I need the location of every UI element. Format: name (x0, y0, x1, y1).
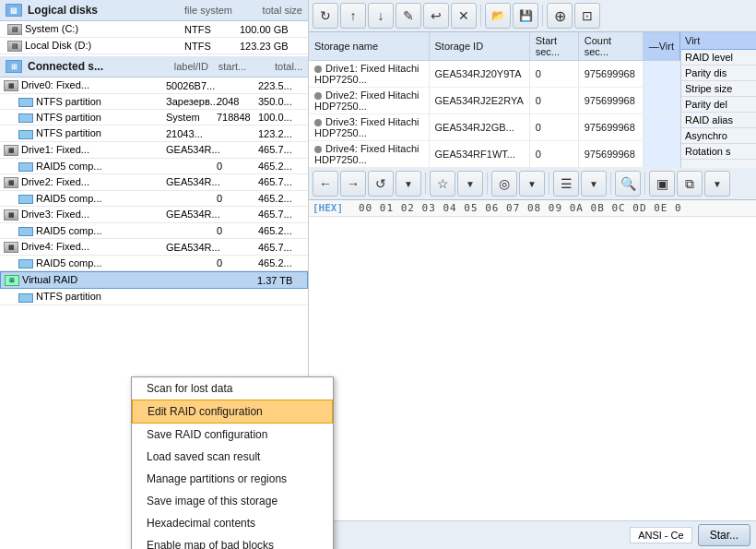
drive4-item[interactable]: ▦Drive4: Fixed... GEA534R... 465.7... (0, 239, 308, 256)
storage-table-header: Storage name Storage ID Start sec... Cou… (309, 32, 680, 61)
context-menu: Scan for lost data Edit RAID configurati… (131, 376, 334, 549)
storage-table: Storage name Storage ID Start sec... Cou… (309, 32, 680, 168)
fs-column-header: file system (184, 5, 232, 16)
connected-header: ⊞ Connected s... label/ID start... total… (0, 56, 308, 78)
context-menu-item-edit[interactable]: Edit RAID configuration (132, 400, 333, 424)
ntfs-partition-3[interactable]: NTFS partition 21043... 123.2... (0, 125, 308, 141)
ansi-label: ANSI - Ce (630, 527, 692, 543)
target-dropdown[interactable]: ▼ (519, 171, 545, 197)
ntfs-partition-2[interactable]: NTFS partition System 718848 100.0... (0, 110, 308, 125)
context-menu-item-scan[interactable]: Scan for lost data (132, 377, 333, 400)
logical-disks-title: Logical disks (28, 4, 98, 17)
drive0-item[interactable]: ▦Drive0: Fixed... 50026B7... 223.5... (0, 78, 308, 94)
context-menu-item-load[interactable]: Load saved scan result (132, 446, 333, 468)
col-count-sec: Count sec... (578, 32, 643, 61)
context-menu-item-badblocks[interactable]: Enable map of bad blocks (132, 534, 333, 549)
prop-raid-level: RAID level (681, 50, 756, 66)
virt-props-panel: Virt RAID level Parity dis Stripe size P… (680, 32, 756, 168)
copy-button[interactable]: ⧉ (677, 171, 703, 197)
copy-dropdown[interactable]: ▼ (704, 171, 730, 197)
col-storage-name: Storage name (309, 32, 429, 61)
refresh-button[interactable]: ↻ (313, 3, 338, 29)
storage-table-wrap: Storage name Storage ID Start sec... Cou… (309, 32, 680, 168)
hex-area: [HEX] 00 01 02 03 04 05 06 07 08 09 0A 0… (309, 200, 756, 520)
ntfs-partition-virtual[interactable]: NTFS partition (0, 289, 308, 304)
separator2 (542, 5, 543, 27)
bookmark-button[interactable]: ☆ (430, 171, 455, 197)
virt-col-header: Virt (681, 32, 756, 50)
start-button[interactable]: Star... (698, 524, 750, 546)
sep3 (425, 173, 426, 195)
hex-ruler: [HEX] 00 01 02 03 04 05 06 07 08 09 0A 0… (309, 200, 756, 217)
raid5-comp-3[interactable]: RAID5 comp... 0 465.2... (0, 223, 308, 239)
prop-stripe-size: Stripe size (681, 81, 756, 97)
connected-icon: ⊞ (6, 60, 22, 73)
export-button[interactable]: ⊡ (574, 3, 600, 29)
nav-forward-button[interactable]: → (340, 171, 366, 197)
size-column-header: total size (238, 5, 302, 16)
logical-disks-icon: ▤ (6, 4, 22, 17)
context-menu-item-saveimage[interactable]: Save image of this storage (132, 490, 333, 512)
storage-row-0[interactable]: Drive1: Fixed Hitachi HDP7250... GEA534R… (309, 61, 680, 88)
sep5 (549, 173, 549, 195)
logical-disks-section: ▤ Logical disks file system total size ▤… (0, 0, 308, 54)
up-button[interactable]: ↑ (340, 3, 366, 29)
toolbar2: ← → ↺ ▼ ☆ ▼ ◎ ▼ ☰ ▼ 🔍 ▣ ⧉ ▼ (309, 168, 756, 200)
col-virt: — Virt (643, 32, 679, 61)
prop-asynchro: Asynchro (681, 128, 756, 144)
prop-rotation: Rotation s (681, 144, 756, 160)
drive1-item[interactable]: ▦Drive1: Fixed... GEA534R... 465.7... (0, 142, 308, 159)
undo-button[interactable]: ↩ (423, 3, 449, 29)
prop-parity-del: Parity del (681, 97, 756, 113)
storage-row-3[interactable]: Drive4: Fixed Hitachi HDP7250... GEA534R… (309, 141, 680, 168)
nav-dropdown1[interactable]: ▼ (396, 171, 421, 197)
list-button[interactable]: ☰ (553, 171, 579, 197)
sep4 (487, 173, 488, 195)
hex-bytes: 00 01 02 03 04 05 06 07 08 09 0A 0B 0C 0… (359, 202, 682, 214)
context-menu-item-manage[interactable]: Manage partitions or regions (132, 468, 333, 490)
drive2-item[interactable]: ▦Drive2: Fixed... GEA534R... 465.7... (0, 174, 308, 191)
storage-area: Storage name Storage ID Start sec... Cou… (309, 32, 756, 168)
nav-refresh-button[interactable]: ↺ (368, 171, 394, 197)
storage-row-1[interactable]: Drive2: Fixed Hitachi HDP7250... GEA534R… (309, 88, 680, 114)
logical-disk-item[interactable]: ▤Local Disk (D:) NTFS 123.23 GB (0, 38, 308, 54)
right-panel: ↻ ↑ ↓ ✎ ↩ ✕ 📂 💾 ⊕ ⊡ Storage name Storage… (309, 0, 756, 549)
edit-button[interactable]: ✎ (396, 3, 421, 29)
down-button[interactable]: ↓ (368, 3, 394, 29)
context-menu-item-save[interactable]: Save RAID configuration (132, 424, 333, 446)
raid5-comp-4[interactable]: RAID5 comp... 0 465.2... (0, 256, 308, 271)
start-col: start... (214, 61, 251, 72)
connected-storages-section: ⊞ Connected s... label/ID start... total… (0, 56, 308, 304)
label-col: label/ID (174, 61, 208, 72)
raid5-comp-1[interactable]: RAID5 comp... 0 465.2... (0, 159, 308, 174)
logical-disk-item[interactable]: ▤System (C:) NTFS 100.00 GB (0, 21, 308, 38)
logical-disks-header: ▤ Logical disks file system total size (0, 0, 308, 21)
col-storage-id: Storage ID (429, 32, 529, 61)
prop-parity-dis: Parity dis (681, 66, 756, 81)
context-menu-item-hex[interactable]: Hexadecimal contents (132, 512, 333, 534)
ntfs-partition-1[interactable]: NTFS partition Зарезерв... 2048 350.0... (0, 94, 308, 110)
prop-raid-alias: RAID alias (681, 113, 756, 128)
hex-content (309, 217, 756, 520)
col-start-sec: Start sec... (529, 32, 578, 61)
close-button[interactable]: ✕ (451, 3, 477, 29)
virtual-raid-item[interactable]: ⊞Virtual RAID 1.37 TB (0, 271, 308, 289)
drive3-item[interactable]: ▦Drive3: Fixed... GEA534R... 465.7... (0, 207, 308, 223)
layers-button[interactable]: ⊕ (547, 3, 573, 29)
total-col: total... (256, 61, 302, 72)
nav-back-button[interactable]: ← (313, 171, 338, 197)
target-button[interactable]: ◎ (491, 171, 517, 197)
storage-row-2[interactable]: Drive3: Fixed Hitachi HDP7250... GEA534R… (309, 114, 680, 141)
search-button[interactable]: 🔍 (615, 171, 641, 197)
open-button[interactable]: 📂 (485, 3, 511, 29)
raid5-comp-2[interactable]: RAID5 comp... 0 465.2... (0, 191, 308, 207)
drives-list: ▦Drive0: Fixed... 50026B7... 223.5... NT… (0, 78, 308, 304)
list-dropdown[interactable]: ▼ (581, 171, 607, 197)
bottom-bar: ANSI - Ce Star... (309, 520, 756, 549)
sep7 (644, 173, 645, 195)
grid-button[interactable]: ▣ (649, 171, 675, 197)
toolbar1: ↻ ↑ ↓ ✎ ↩ ✕ 📂 💾 ⊕ ⊡ (309, 0, 756, 32)
bookmark-dropdown[interactable]: ▼ (457, 171, 483, 197)
connected-title: Connected s... (28, 60, 103, 73)
save-button[interactable]: 💾 (513, 3, 538, 29)
